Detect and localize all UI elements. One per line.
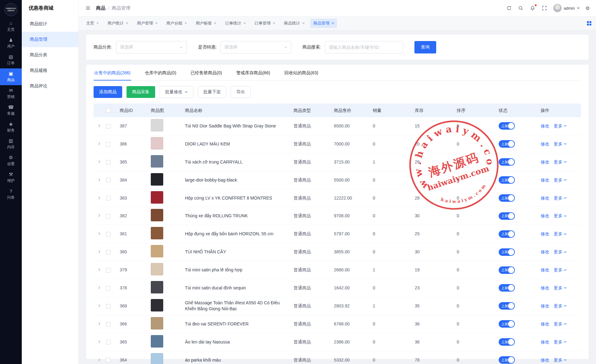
notification-bell-icon[interactable] <box>529 5 536 11</box>
row-checkbox[interactable] <box>106 358 111 362</box>
more-link[interactable]: 更多 <box>554 123 567 129</box>
edit-link[interactable]: 修改 <box>541 267 549 273</box>
page-tab-4[interactable]: 用户标签 × <box>192 19 219 28</box>
user-menu[interactable]: admin <box>553 4 580 12</box>
row-checkbox[interactable] <box>106 286 111 291</box>
edit-link[interactable]: 修改 <box>541 123 549 129</box>
page-tab-0[interactable]: 主页 × <box>83 19 102 28</box>
row-checkbox[interactable] <box>106 232 111 237</box>
side-menu-item-1[interactable]: 商品管理 <box>22 32 78 47</box>
edit-link[interactable]: 修改 <box>541 231 549 237</box>
status-toggle[interactable]: 上架 <box>499 176 515 184</box>
close-icon[interactable]: × <box>185 21 187 25</box>
row-checkbox[interactable] <box>106 250 111 255</box>
row-checkbox[interactable] <box>106 268 111 273</box>
status-toggle[interactable]: 上架 <box>499 338 515 346</box>
select-all-checkbox[interactable] <box>106 108 111 113</box>
sidebar-item-survey[interactable]: ？ 问卷 <box>0 186 22 203</box>
expand-row-icon[interactable] <box>98 339 101 344</box>
edit-link[interactable]: 修改 <box>541 249 549 255</box>
side-menu-item-4[interactable]: 商品评论 <box>22 78 78 94</box>
edit-link[interactable]: 修改 <box>541 357 549 363</box>
page-tab-8[interactable]: 商品管理 × <box>310 19 337 28</box>
batch-off-shelf-button[interactable]: 批量下架 <box>198 86 226 98</box>
expand-row-icon[interactable] <box>98 195 101 200</box>
side-menu-item-3[interactable]: 商品规格 <box>22 63 78 78</box>
sidebar-item-users[interactable]: ♟ 用户 <box>0 35 22 52</box>
edit-link[interactable]: 修改 <box>541 177 549 183</box>
more-link[interactable]: 更多 <box>554 267 567 273</box>
row-checkbox[interactable] <box>106 340 111 344</box>
close-icon[interactable]: × <box>96 21 99 25</box>
row-checkbox[interactable] <box>106 214 111 219</box>
row-checkbox[interactable] <box>106 142 111 147</box>
close-icon[interactable]: × <box>126 21 128 25</box>
expand-row-icon[interactable] <box>98 321 101 326</box>
sidebar-item-marketing[interactable]: ✉ 营销 <box>0 85 22 102</box>
batch-edit-button[interactable]: 批量修改 <box>159 86 193 98</box>
product-status-tab-1[interactable]: 仓库中的商品(0) <box>144 65 177 81</box>
status-toggle[interactable]: 上架 <box>499 302 515 310</box>
row-checkbox[interactable] <box>106 124 111 129</box>
more-link[interactable]: 更多 <box>554 231 567 237</box>
edit-link[interactable]: 修改 <box>541 213 549 219</box>
edit-link[interactable]: 修改 <box>541 195 549 201</box>
row-checkbox[interactable] <box>106 196 111 200</box>
row-checkbox[interactable] <box>106 304 111 309</box>
more-link[interactable]: 更多 <box>554 141 567 147</box>
status-toggle[interactable]: 上架 <box>499 356 515 364</box>
more-link[interactable]: 更多 <box>554 357 567 363</box>
hamburger-menu-icon[interactable] <box>85 5 91 11</box>
sidebar-item-home[interactable]: ⌂ 主页 <box>0 18 22 35</box>
edit-link[interactable]: 修改 <box>541 321 549 327</box>
refresh-icon[interactable] <box>506 5 512 11</box>
expand-row-icon[interactable] <box>98 357 101 362</box>
product-status-tab-0[interactable]: 出售中的商品(286) <box>94 65 131 81</box>
expand-row-icon[interactable] <box>98 285 101 290</box>
close-icon[interactable]: × <box>155 21 158 25</box>
edit-link[interactable]: 修改 <box>541 285 549 291</box>
row-checkbox[interactable] <box>106 160 111 165</box>
more-link[interactable]: 更多 <box>554 285 567 291</box>
status-toggle[interactable]: 上架 <box>499 122 515 130</box>
row-checkbox[interactable] <box>106 178 111 182</box>
sidebar-item-content[interactable]: ▥ 内容 <box>0 136 22 152</box>
gear-icon[interactable]: ⚙ <box>585 5 590 11</box>
more-link[interactable]: 更多 <box>554 213 567 219</box>
row-checkbox[interactable] <box>106 322 111 327</box>
edit-link[interactable]: 修改 <box>541 339 549 345</box>
page-tab-1[interactable]: 用户统计 × <box>104 19 132 28</box>
status-toggle[interactable]: 上架 <box>499 194 515 202</box>
more-link[interactable]: 更多 <box>554 303 567 309</box>
status-toggle[interactable]: 上架 <box>499 320 515 328</box>
edit-link[interactable]: 修改 <box>541 303 549 309</box>
special-select[interactable]: 请选择 <box>220 41 291 53</box>
sidebar-item-finance[interactable]: ◈ 财务 <box>0 119 22 136</box>
sidebar-item-settings[interactable]: ⚙ 设置 <box>0 152 22 169</box>
status-toggle[interactable]: 上架 <box>499 230 515 238</box>
more-link[interactable]: 更多 <box>554 195 567 201</box>
sidebar-item-support[interactable]: ☎ 客服 <box>0 102 22 119</box>
fullscreen-icon[interactable] <box>541 5 547 11</box>
export-button[interactable]: 导出 <box>231 86 251 98</box>
sidebar-item-maintenance[interactable]: ⚒ 维护 <box>0 169 22 186</box>
more-link[interactable]: 更多 <box>554 249 567 255</box>
more-link[interactable]: 更多 <box>554 177 567 183</box>
edit-link[interactable]: 修改 <box>541 141 549 147</box>
side-menu-item-0[interactable]: 商品统计 <box>22 16 78 32</box>
edit-link[interactable]: 修改 <box>541 159 549 165</box>
category-select[interactable]: 请选择 <box>116 41 187 53</box>
side-menu-item-2[interactable]: 商品分类 <box>22 47 78 63</box>
page-tab-3[interactable]: 用户分组 × <box>163 19 190 28</box>
apps-grid-icon[interactable] <box>587 21 592 26</box>
page-tab-7[interactable]: 商品统计 × <box>281 19 308 28</box>
sidebar-item-orders[interactable]: ▤ 订单 <box>0 52 22 68</box>
close-icon[interactable]: × <box>332 21 334 25</box>
sidebar-item-goods[interactable]: ▣ 商品 <box>0 68 22 85</box>
expand-row-icon[interactable] <box>98 123 101 128</box>
more-link[interactable]: 更多 <box>554 321 567 327</box>
product-search-input[interactable] <box>325 41 403 53</box>
status-toggle[interactable]: 上架 <box>499 248 515 256</box>
close-icon[interactable]: × <box>214 21 216 25</box>
expand-row-icon[interactable] <box>98 231 101 236</box>
